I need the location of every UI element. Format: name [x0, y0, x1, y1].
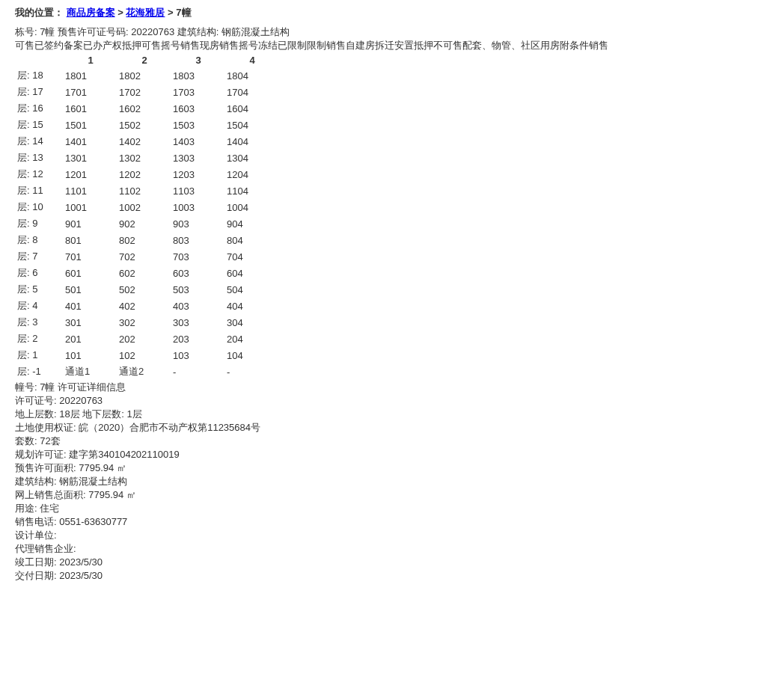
floor-label: 层: 12: [16, 167, 63, 182]
unit-cell[interactable]: 502: [118, 282, 171, 297]
detail-value: 住宅: [40, 503, 59, 514]
unit-cell[interactable]: 1803: [172, 68, 224, 83]
unit-cell[interactable]: 1502: [118, 117, 171, 132]
unit-cell[interactable]: 1104: [226, 183, 278, 198]
unit-cell[interactable]: 104: [226, 348, 278, 363]
unit-cell[interactable]: 102: [118, 348, 171, 363]
unit-cell[interactable]: 1804: [226, 68, 278, 83]
unit-cell[interactable]: 1504: [226, 117, 278, 132]
unit-cell[interactable]: 801: [64, 233, 117, 248]
legend-text: 自建房: [346, 40, 375, 51]
unit-cell[interactable]: 1802: [118, 68, 171, 83]
unit-cell[interactable]: 201: [64, 331, 117, 346]
detail-row: 规划许可证: 建字第340104202110019: [15, 448, 752, 461]
unit-cell[interactable]: 1603: [172, 101, 224, 116]
breadcrumb-item[interactable]: 花海雅居: [126, 7, 165, 18]
unit-cell[interactable]: 702: [118, 249, 171, 264]
detail-row: 套数: 72套: [15, 435, 752, 448]
unit-cell[interactable]: 1604: [226, 101, 278, 116]
unit-cell[interactable]: 403: [172, 298, 224, 313]
unit-cell[interactable]: 503: [172, 282, 224, 297]
legend-item: 自建房: [346, 40, 375, 51]
unit-cell[interactable]: 1302: [118, 150, 171, 165]
unit-cell[interactable]: 304: [226, 315, 278, 330]
unit-cell[interactable]: 1403: [172, 134, 224, 149]
unit-cell[interactable]: 1002: [118, 200, 171, 215]
unit-cell[interactable]: 203: [172, 331, 224, 346]
unit-cell[interactable]: -: [226, 364, 278, 379]
unit-cell[interactable]: 103: [172, 348, 224, 363]
unit-cell[interactable]: 301: [64, 315, 117, 330]
detail-label: 建筑结构:: [15, 476, 57, 487]
unit-cell[interactable]: 1601: [64, 101, 117, 116]
unit-cell[interactable]: 1303: [172, 150, 224, 165]
unit-cell[interactable]: 701: [64, 249, 117, 264]
unit-cell[interactable]: 通道2: [118, 364, 171, 379]
unit-cell[interactable]: 803: [172, 233, 224, 248]
breadcrumb-item[interactable]: 商品房备案: [67, 7, 115, 18]
unit-cell[interactable]: 903: [172, 216, 224, 231]
unit-cell[interactable]: 704: [226, 249, 278, 264]
unit-cell[interactable]: 804: [226, 233, 278, 248]
unit-cell[interactable]: 603: [172, 265, 224, 280]
unit-cell[interactable]: 401: [64, 298, 117, 313]
detail-row: 交付日期: 2023/5/30: [15, 569, 752, 583]
unit-cell[interactable]: 1101: [64, 183, 117, 198]
unit-cell[interactable]: 1402: [118, 134, 171, 149]
unit-cell[interactable]: 802: [118, 233, 171, 248]
unit-cell[interactable]: 404: [226, 298, 278, 313]
unit-cell[interactable]: 1801: [64, 68, 117, 83]
unit-cell[interactable]: 703: [172, 249, 224, 264]
unit-cell[interactable]: 901: [64, 216, 117, 231]
building-label: 栋号:: [15, 26, 37, 37]
unit-cell[interactable]: 1703: [172, 85, 224, 99]
unit-cell[interactable]: 601: [64, 265, 117, 280]
unit-cell[interactable]: 1202: [118, 167, 171, 182]
unit-cell[interactable]: 501: [64, 282, 117, 297]
unit-cell[interactable]: 1201: [64, 167, 117, 182]
unit-cell[interactable]: 204: [226, 331, 278, 346]
unit-cell[interactable]: 1702: [118, 85, 171, 99]
unit-cell[interactable]: 1404: [226, 134, 278, 149]
detail-row: 土地使用权证: 皖（2020）合肥市不动产权第11235684号: [15, 421, 752, 435]
unit-cell[interactable]: 1304: [226, 150, 278, 165]
unit-cell[interactable]: 通道1: [64, 364, 117, 379]
unit-cell[interactable]: 402: [118, 298, 171, 313]
unit-cell[interactable]: 1004: [226, 200, 278, 215]
unit-cell[interactable]: 1001: [64, 200, 117, 215]
unit-cell[interactable]: 1701: [64, 85, 117, 99]
unit-cell[interactable]: 902: [118, 216, 171, 231]
unit-cell[interactable]: -: [172, 364, 224, 379]
unit-cell[interactable]: 1003: [172, 200, 224, 215]
unit-cell[interactable]: 1301: [64, 150, 117, 165]
detail-value: 钢筋混凝土结构: [59, 476, 127, 487]
unit-cell[interactable]: 1204: [226, 167, 278, 182]
unit-cell[interactable]: 602: [118, 265, 171, 280]
floor-label: 层: 16: [16, 101, 63, 116]
unit-cell[interactable]: 604: [226, 265, 278, 280]
unit-cell[interactable]: 202: [118, 331, 171, 346]
unit-cell[interactable]: 101: [64, 348, 117, 363]
floor-table: 1234层: 181801180218031804层: 171701170217…: [15, 52, 280, 381]
detail-label: 地上层数:: [15, 408, 57, 420]
legend-item: 拆迁安置: [375, 40, 414, 51]
unit-cell[interactable]: 1704: [226, 85, 278, 99]
legend-item: 可售: [15, 40, 34, 51]
legend-text: 已签约: [34, 40, 64, 51]
col-header: 4: [226, 54, 278, 67]
detail-grid: 许可证号: 20220763地上层数: 18层 地下层数: 1层土地使用权证: …: [15, 394, 752, 583]
detail-row: 销售电话: 0551-63630777: [15, 515, 752, 529]
unit-cell[interactable]: 1102: [118, 183, 171, 198]
unit-cell[interactable]: 303: [172, 315, 224, 330]
floor-table-scroll[interactable]: 1234层: 181801180218031804层: 171701170217…: [15, 52, 752, 381]
unit-cell[interactable]: 302: [118, 315, 171, 330]
floor-label: 层: 17: [16, 85, 63, 99]
unit-cell[interactable]: 1503: [172, 117, 224, 132]
unit-cell[interactable]: 1203: [172, 167, 224, 182]
unit-cell[interactable]: 1501: [64, 117, 117, 132]
unit-cell[interactable]: 904: [226, 216, 278, 231]
unit-cell[interactable]: 1103: [172, 183, 224, 198]
unit-cell[interactable]: 504: [226, 282, 278, 297]
unit-cell[interactable]: 1602: [118, 101, 171, 116]
unit-cell[interactable]: 1401: [64, 134, 117, 149]
